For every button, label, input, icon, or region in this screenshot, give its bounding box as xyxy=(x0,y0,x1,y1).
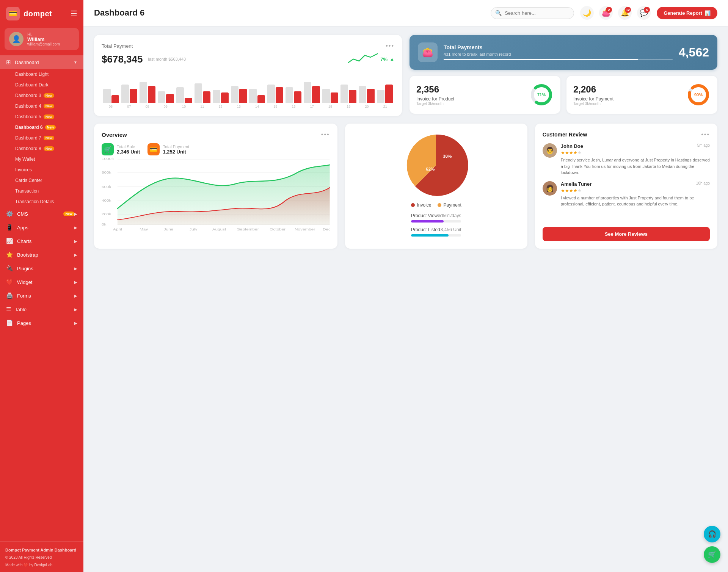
sidebar-item-forms[interactable]: 🖨️ Forms ▶ xyxy=(0,289,83,302)
sidebar-item-my-wallet[interactable]: My Wallet xyxy=(0,154,83,165)
bar-label: 18 xyxy=(328,105,332,108)
bar-group xyxy=(249,77,265,103)
overview-title: Overview xyxy=(102,132,127,138)
avatar: 👤 xyxy=(9,32,24,46)
reviewer-name-2: Amelia Tuner xyxy=(561,181,592,187)
trend-percentage: 7% xyxy=(380,56,388,62)
topbar-icons: 🌙 👛 2 🔔 12 💬 5 xyxy=(580,6,651,20)
review-item-2: 👩 Amelia Tuner 10h ago ★★★★★ I viewed a … xyxy=(543,181,710,207)
product-listed-bar-fill xyxy=(411,234,449,237)
notifications-badge: 12 xyxy=(625,7,631,13)
bar-red xyxy=(367,89,375,103)
total-payments-blue-card: 👛 Total Payments 431 more to break last … xyxy=(410,35,717,70)
sidebar-item-dashboard-5[interactable]: Dashboard 5New xyxy=(0,111,83,122)
review-more-button[interactable]: ••• xyxy=(701,131,710,138)
sidebar-item-dashboard-4[interactable]: Dashboard 4New xyxy=(0,101,83,111)
product-listed-row: Product Listed 3,456 Unit xyxy=(411,227,461,237)
svg-text:800k: 800k xyxy=(102,171,111,174)
notifications-button[interactable]: 🔔 12 xyxy=(618,6,632,20)
bar-label: 11 xyxy=(200,105,204,108)
sidebar-item-widget[interactable]: ❤️ Widget ▶ xyxy=(0,275,83,289)
floating-buttons: 🎧 🛒 xyxy=(704,526,720,563)
product-viewed-bar-bg xyxy=(411,220,461,223)
product-viewed-value: 561/days xyxy=(443,213,461,218)
chevron-right-icon: ▶ xyxy=(74,280,77,284)
bar-group xyxy=(231,77,247,103)
menu-toggle-button[interactable]: ☰ xyxy=(71,9,77,18)
sidebar-item-dashboard-8[interactable]: Dashboard 8New xyxy=(0,143,83,154)
sidebar-item-transaction[interactable]: Transaction xyxy=(0,186,83,196)
total-sale-label: Total Sale xyxy=(117,144,140,149)
chevron-right-icon: ▶ xyxy=(74,239,77,243)
chart-bar-icon: 📊 xyxy=(704,10,711,16)
wallet-button[interactable]: 👛 2 xyxy=(599,6,613,20)
overview-more-button[interactable]: ••• xyxy=(321,131,330,138)
logo-icon: 💳 xyxy=(6,7,20,20)
sidebar-nav: ⊞ Dashboard ▼ Dashboard Light Dashboard … xyxy=(0,55,83,541)
sidebar-item-dashboard-light[interactable]: Dashboard Light xyxy=(0,69,83,80)
svg-text:October: October xyxy=(270,227,286,231)
theme-toggle-button[interactable]: 🌙 xyxy=(580,6,594,20)
reviewer-name-1: John Doe xyxy=(561,143,583,149)
sidebar-item-dashboard-6[interactable]: Dashboard 6New xyxy=(0,122,83,133)
sidebar-item-cards-center[interactable]: Cards Center xyxy=(0,175,83,186)
svg-text:June: June xyxy=(164,227,174,231)
sidebar-header: 💳 dompet ☰ xyxy=(0,0,83,26)
sidebar-item-dashboard-7[interactable]: Dashboard 7New xyxy=(0,133,83,143)
bar-red xyxy=(221,92,229,103)
svg-text:400k: 400k xyxy=(102,199,111,202)
bar-red xyxy=(148,86,155,103)
bar-group xyxy=(340,77,356,103)
svg-text:April: April xyxy=(113,227,122,231)
bar-label: 07 xyxy=(127,105,131,108)
bar-group xyxy=(377,77,393,103)
payment-legend-label: Payment xyxy=(444,202,461,208)
sidebar-item-cms[interactable]: ⚙️ CMS New ▶ xyxy=(0,207,83,221)
user-email: william@gmail.com xyxy=(27,42,60,46)
search-wrap: 🔍 xyxy=(491,7,574,19)
payment-trend: 7% ▲ xyxy=(348,52,394,67)
sidebar-item-plugins[interactable]: 🔌 Plugins ▶ xyxy=(0,262,83,275)
generate-report-button[interactable]: Generate Report 📊 xyxy=(657,7,717,19)
sidebar-item-dashboard-dark[interactable]: Dashboard Dark xyxy=(0,80,83,90)
search-input[interactable] xyxy=(491,7,574,19)
invoice-legend-label: Invoice xyxy=(417,202,431,208)
invoice-product-card: 2,356 Invoice for Product Target 3k/mont… xyxy=(410,76,560,114)
svg-text:0k: 0k xyxy=(102,223,107,226)
support-float-button[interactable]: 🎧 xyxy=(704,526,720,542)
bar-group xyxy=(103,77,119,103)
bar-red xyxy=(130,89,137,103)
review-time-2: 10h ago xyxy=(696,181,710,185)
sidebar-item-dashboard[interactable]: ⊞ Dashboard ▼ xyxy=(0,55,83,69)
sparkline-chart xyxy=(348,52,378,67)
bar-gray xyxy=(286,87,293,103)
invoice-product-label: Invoice for Product xyxy=(416,96,524,102)
sidebar-item-transaction-details[interactable]: Transaction Details xyxy=(0,196,83,207)
chevron-right-icon: ▶ xyxy=(74,321,77,325)
sidebar-item-dashboard-3[interactable]: Dashboard 3New xyxy=(0,90,83,101)
chevron-right-icon: ▶ xyxy=(74,226,77,230)
bar-chart-area xyxy=(102,73,394,103)
see-more-reviews-button[interactable]: See More Reviews xyxy=(543,227,710,241)
bar-group xyxy=(286,77,301,103)
sidebar-item-table[interactable]: ☰ Table ▶ xyxy=(0,302,83,316)
sidebar-item-bootstrap[interactable]: ⭐ Bootstrap ▶ xyxy=(0,248,83,262)
bar-label: 20 xyxy=(365,105,369,108)
sidebar-footer: Dompet Payment Admin Dashboard © 2023 Al… xyxy=(0,541,83,572)
sidebar-item-invoices[interactable]: Invoices xyxy=(0,165,83,175)
sidebar-item-pages[interactable]: 📄 Pages ▶ xyxy=(0,316,83,330)
sidebar-item-apps[interactable]: 📱 Apps ▶ xyxy=(0,221,83,234)
review-stars-1: ★★★★★ xyxy=(561,150,710,155)
cart-float-button[interactable]: 🛒 xyxy=(704,546,720,563)
bar-red xyxy=(166,94,174,103)
bar-red xyxy=(312,86,320,103)
user-card[interactable]: 👤 Hi, William william@gmail.com xyxy=(5,28,79,50)
sidebar-item-charts[interactable]: 📈 Charts ▶ xyxy=(0,234,83,248)
review-text-2: I viewed a number of properties with Jus… xyxy=(561,195,710,207)
total-payment-more-button[interactable]: ••• xyxy=(386,42,394,49)
page-title: Dashboard 6 xyxy=(94,8,485,18)
invoice-payment-number: 2,206 xyxy=(573,84,681,95)
messages-button[interactable]: 💬 5 xyxy=(637,6,651,20)
bar-red xyxy=(349,90,356,103)
chevron-right-icon: ▶ xyxy=(74,212,77,216)
